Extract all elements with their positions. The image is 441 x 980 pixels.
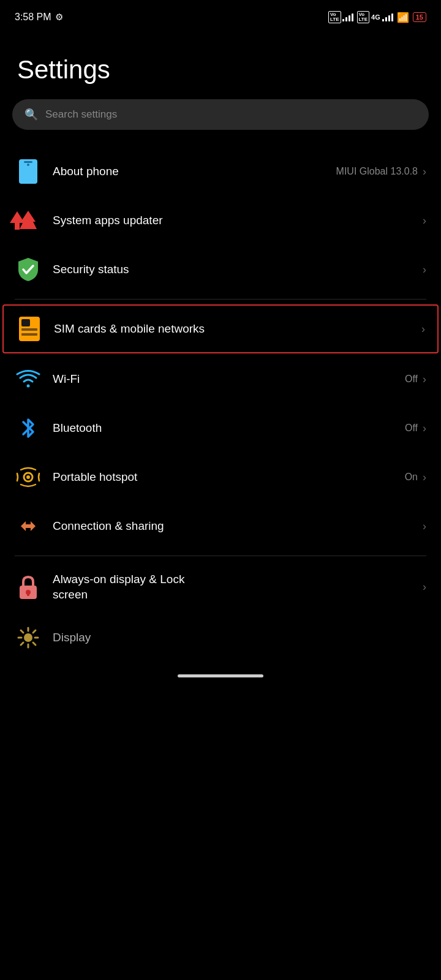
hotspot-icon	[15, 464, 42, 491]
always-on-display-chevron: ›	[423, 581, 426, 594]
sim-cards-label: SIM cards & mobile networks	[54, 322, 421, 337]
svg-point-2	[27, 164, 29, 166]
bluetooth-label: Bluetooth	[53, 421, 405, 436]
svg-line-21	[33, 643, 36, 645]
about-phone-icon	[15, 158, 42, 185]
settings-item-about-phone[interactable]: About phone MIUI Global 13.0.8 ›	[0, 147, 441, 196]
svg-line-23	[21, 643, 23, 645]
about-phone-label: About phone	[53, 164, 336, 179]
battery-level: 15	[416, 13, 423, 21]
about-phone-chevron: ›	[423, 165, 426, 178]
settings-item-bluetooth[interactable]: Bluetooth Off ›	[0, 404, 441, 453]
svg-rect-7	[21, 319, 30, 326]
bluetooth-chevron: ›	[423, 422, 426, 435]
wifi-icon: 📶	[397, 12, 409, 23]
page-title: Settings	[0, 31, 441, 99]
always-on-display-icon	[15, 574, 42, 601]
svg-rect-14	[27, 592, 29, 596]
hotspot-chevron: ›	[423, 471, 426, 484]
system-apps-updater-chevron: ›	[423, 214, 426, 227]
status-icons: VoLTE VoLTE 4G 📶 15	[328, 11, 426, 23]
svg-line-22	[33, 630, 36, 633]
battery-indicator: 15	[413, 12, 426, 22]
wifi-settings-icon	[15, 366, 42, 393]
wifi-label: Wi-Fi	[53, 372, 405, 387]
connection-sharing-chevron: ›	[423, 520, 426, 533]
about-phone-value: MIUI Global 13.0.8	[336, 166, 418, 177]
volte-signal-1: VoLTE	[328, 11, 353, 23]
svg-rect-9	[21, 333, 37, 336]
wifi-value: Off	[405, 374, 418, 385]
4g-badge: 4G	[371, 13, 380, 21]
settings-item-wifi[interactable]: Wi-Fi Off ›	[0, 355, 441, 404]
hotspot-value: On	[405, 472, 418, 483]
status-bar: 3:58 PM ⚙ VoLTE VoLTE 4G 📶	[0, 0, 441, 31]
settings-item-always-on-display[interactable]: Always-on display & Lock screen ›	[0, 561, 441, 613]
display-icon	[15, 624, 42, 651]
sim-cards-chevron: ›	[421, 323, 425, 336]
svg-line-20	[21, 630, 23, 633]
system-apps-updater-label: System apps updater	[53, 213, 423, 228]
settings-item-system-apps-updater[interactable]: System apps updater ›	[0, 196, 441, 245]
settings-item-sim-cards[interactable]: SIM cards & mobile networks ›	[2, 304, 439, 353]
signal-bars-1	[342, 13, 353, 21]
connection-sharing-icon	[15, 513, 42, 540]
hotspot-label: Portable hotspot	[53, 470, 405, 485]
always-on-display-label: Always-on display & Lock screen	[53, 572, 423, 602]
volte-signal-2: VoLTE 4G	[357, 11, 393, 23]
settings-item-security-status[interactable]: Security status ›	[0, 245, 441, 294]
settings-list: About phone MIUI Global 13.0.8 › System …	[0, 147, 441, 662]
time-display: 3:58 PM	[15, 12, 51, 23]
search-icon: 🔍	[24, 108, 38, 121]
svg-point-11	[26, 475, 30, 479]
signal-bars-2	[382, 13, 393, 21]
svg-rect-1	[24, 161, 32, 163]
security-status-icon	[15, 256, 42, 283]
divider-2	[15, 556, 426, 556]
wifi-chevron: ›	[423, 373, 426, 386]
search-placeholder: Search settings	[45, 108, 117, 121]
settings-gear-icon: ⚙	[55, 12, 63, 23]
status-time: 3:58 PM ⚙	[15, 12, 63, 23]
bluetooth-value: Off	[405, 423, 418, 434]
settings-item-portable-hotspot[interactable]: Portable hotspot On ›	[0, 453, 441, 502]
bluetooth-icon	[15, 415, 42, 442]
volte-badge-2: VoLTE	[357, 11, 370, 23]
connection-sharing-label: Connection & sharing	[53, 519, 423, 534]
security-status-chevron: ›	[423, 263, 426, 276]
svg-rect-8	[21, 328, 37, 331]
bottom-nav-indicator	[178, 674, 263, 677]
search-bar[interactable]: 🔍 Search settings	[12, 99, 429, 130]
divider-1	[15, 299, 426, 300]
settings-item-display[interactable]: Display	[0, 613, 441, 662]
system-apps-updater-icon	[15, 207, 42, 234]
settings-item-connection-sharing[interactable]: Connection & sharing ›	[0, 502, 441, 551]
svg-point-15	[24, 633, 32, 642]
sim-cards-icon	[16, 315, 43, 342]
security-status-label: Security status	[53, 262, 423, 277]
display-label: Display	[53, 630, 426, 646]
volte-badge-1: VoLTE	[328, 11, 341, 23]
